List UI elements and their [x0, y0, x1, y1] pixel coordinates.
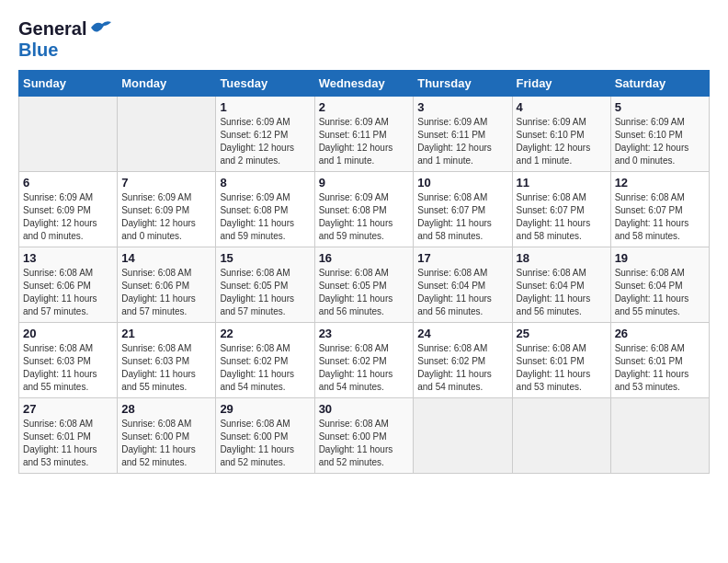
day-number: 22 — [220, 327, 310, 340]
calendar-cell: 17Sunrise: 6:08 AM Sunset: 6:04 PM Dayli… — [414, 247, 512, 323]
weekday-header-monday: Monday — [118, 71, 216, 97]
day-info: Sunrise: 6:08 AM Sunset: 6:06 PM Dayligh… — [23, 267, 113, 318]
calendar-week-row: 27Sunrise: 6:08 AM Sunset: 6:01 PM Dayli… — [19, 398, 710, 474]
day-number: 20 — [23, 327, 113, 340]
calendar-cell: 10Sunrise: 6:08 AM Sunset: 6:07 PM Dayli… — [414, 172, 512, 247]
calendar-week-row: 6Sunrise: 6:09 AM Sunset: 6:09 PM Daylig… — [19, 172, 710, 247]
day-info: Sunrise: 6:08 AM Sunset: 6:01 PM Dayligh… — [23, 418, 113, 469]
day-info: Sunrise: 6:09 AM Sunset: 6:12 PM Dayligh… — [220, 116, 310, 167]
day-info: Sunrise: 6:09 AM Sunset: 6:08 PM Dayligh… — [220, 191, 310, 243]
day-number: 29 — [220, 402, 310, 416]
weekday-header-friday: Friday — [512, 71, 610, 97]
calendar-cell: 23Sunrise: 6:08 AM Sunset: 6:02 PM Dayli… — [314, 323, 414, 398]
calendar-cell — [19, 97, 118, 172]
calendar-cell — [512, 398, 610, 474]
day-number: 25 — [517, 327, 607, 340]
day-number: 1 — [220, 100, 310, 114]
day-number: 19 — [615, 251, 705, 265]
day-number: 11 — [517, 176, 607, 190]
day-number: 8 — [220, 176, 310, 190]
day-info: Sunrise: 6:09 AM Sunset: 6:08 PM Dayligh… — [319, 191, 410, 243]
day-info: Sunrise: 6:09 AM Sunset: 6:11 PM Dayligh… — [417, 116, 507, 167]
calendar-cell: 18Sunrise: 6:08 AM Sunset: 6:04 PM Dayli… — [512, 247, 610, 323]
calendar-cell: 8Sunrise: 6:09 AM Sunset: 6:08 PM Daylig… — [216, 172, 314, 247]
calendar-cell: 6Sunrise: 6:09 AM Sunset: 6:09 PM Daylig… — [19, 172, 118, 247]
day-number: 5 — [615, 100, 705, 114]
calendar-cell: 26Sunrise: 6:08 AM Sunset: 6:01 PM Dayli… — [610, 323, 709, 398]
weekday-header-saturday: Saturday — [610, 71, 709, 97]
day-info: Sunrise: 6:09 AM Sunset: 6:10 PM Dayligh… — [615, 116, 705, 167]
calendar-cell — [118, 97, 216, 172]
day-number: 9 — [319, 176, 410, 190]
weekday-header-thursday: Thursday — [414, 71, 512, 97]
day-info: Sunrise: 6:08 AM Sunset: 6:03 PM Dayligh… — [23, 342, 113, 394]
day-info: Sunrise: 6:08 AM Sunset: 6:05 PM Dayligh… — [319, 267, 410, 318]
day-info: Sunrise: 6:09 AM Sunset: 6:09 PM Dayligh… — [23, 191, 113, 243]
weekday-header-row: SundayMondayTuesdayWednesdayThursdayFrid… — [19, 71, 710, 97]
calendar-week-row: 20Sunrise: 6:08 AM Sunset: 6:03 PM Dayli… — [19, 323, 710, 398]
weekday-header-tuesday: Tuesday — [216, 71, 314, 97]
calendar-cell — [414, 398, 512, 474]
weekday-header-wednesday: Wednesday — [314, 71, 414, 97]
calendar-cell: 2Sunrise: 6:09 AM Sunset: 6:11 PM Daylig… — [314, 97, 414, 172]
day-info: Sunrise: 6:08 AM Sunset: 6:05 PM Dayligh… — [220, 267, 310, 318]
calendar-cell: 27Sunrise: 6:08 AM Sunset: 6:01 PM Dayli… — [19, 398, 118, 474]
calendar-cell: 7Sunrise: 6:09 AM Sunset: 6:09 PM Daylig… — [118, 172, 216, 247]
day-number: 14 — [121, 251, 211, 265]
calendar-cell: 4Sunrise: 6:09 AM Sunset: 6:10 PM Daylig… — [512, 97, 610, 172]
calendar-body: 1Sunrise: 6:09 AM Sunset: 6:12 PM Daylig… — [19, 97, 710, 474]
day-info: Sunrise: 6:08 AM Sunset: 6:04 PM Dayligh… — [517, 267, 607, 318]
calendar-cell: 11Sunrise: 6:08 AM Sunset: 6:07 PM Dayli… — [512, 172, 610, 247]
day-info: Sunrise: 6:08 AM Sunset: 6:07 PM Dayligh… — [615, 191, 705, 243]
day-info: Sunrise: 6:08 AM Sunset: 6:01 PM Dayligh… — [517, 342, 607, 394]
day-number: 7 — [121, 176, 211, 190]
day-info: Sunrise: 6:08 AM Sunset: 6:07 PM Dayligh… — [517, 191, 607, 243]
day-info: Sunrise: 6:09 AM Sunset: 6:11 PM Dayligh… — [319, 116, 410, 167]
calendar-cell: 13Sunrise: 6:08 AM Sunset: 6:06 PM Dayli… — [19, 247, 118, 323]
day-number: 13 — [23, 251, 113, 265]
calendar-cell: 9Sunrise: 6:09 AM Sunset: 6:08 PM Daylig… — [314, 172, 414, 247]
calendar-cell: 22Sunrise: 6:08 AM Sunset: 6:02 PM Dayli… — [216, 323, 314, 398]
logo-blue: Blue — [18, 40, 58, 60]
day-info: Sunrise: 6:08 AM Sunset: 6:00 PM Dayligh… — [319, 418, 410, 469]
day-number: 27 — [23, 402, 113, 416]
calendar-cell: 16Sunrise: 6:08 AM Sunset: 6:05 PM Dayli… — [314, 247, 414, 323]
weekday-header-sunday: Sunday — [19, 71, 118, 97]
day-number: 6 — [23, 176, 113, 190]
calendar-cell: 5Sunrise: 6:09 AM Sunset: 6:10 PM Daylig… — [610, 97, 709, 172]
calendar-cell: 3Sunrise: 6:09 AM Sunset: 6:11 PM Daylig… — [414, 97, 512, 172]
logo-general: General — [18, 18, 86, 40]
day-number: 23 — [319, 327, 410, 340]
calendar-week-row: 13Sunrise: 6:08 AM Sunset: 6:06 PM Dayli… — [19, 247, 710, 323]
calendar-cell: 19Sunrise: 6:08 AM Sunset: 6:04 PM Dayli… — [610, 247, 709, 323]
calendar-header: SundayMondayTuesdayWednesdayThursdayFrid… — [19, 71, 710, 97]
calendar-cell: 21Sunrise: 6:08 AM Sunset: 6:03 PM Dayli… — [118, 323, 216, 398]
day-info: Sunrise: 6:08 AM Sunset: 6:04 PM Dayligh… — [615, 267, 705, 318]
day-info: Sunrise: 6:08 AM Sunset: 6:06 PM Dayligh… — [121, 267, 211, 318]
calendar-cell: 14Sunrise: 6:08 AM Sunset: 6:06 PM Dayli… — [118, 247, 216, 323]
logo-bird-icon — [89, 18, 113, 37]
logo: General Blue — [18, 18, 113, 61]
calendar-cell: 1Sunrise: 6:09 AM Sunset: 6:12 PM Daylig… — [216, 97, 314, 172]
day-number: 26 — [615, 327, 705, 340]
header: General Blue — [18, 18, 710, 61]
calendar-cell: 20Sunrise: 6:08 AM Sunset: 6:03 PM Dayli… — [19, 323, 118, 398]
day-number: 2 — [319, 100, 410, 114]
day-number: 16 — [319, 251, 410, 265]
day-info: Sunrise: 6:08 AM Sunset: 6:00 PM Dayligh… — [121, 418, 211, 469]
calendar-cell: 12Sunrise: 6:08 AM Sunset: 6:07 PM Dayli… — [610, 172, 709, 247]
calendar-cell: 30Sunrise: 6:08 AM Sunset: 6:00 PM Dayli… — [314, 398, 414, 474]
day-info: Sunrise: 6:08 AM Sunset: 6:02 PM Dayligh… — [220, 342, 310, 394]
day-number: 28 — [121, 402, 211, 416]
day-number: 12 — [615, 176, 705, 190]
day-number: 18 — [517, 251, 607, 265]
calendar-cell: 15Sunrise: 6:08 AM Sunset: 6:05 PM Dayli… — [216, 247, 314, 323]
day-info: Sunrise: 6:08 AM Sunset: 6:00 PM Dayligh… — [220, 418, 310, 469]
day-number: 3 — [417, 100, 507, 114]
calendar-cell: 24Sunrise: 6:08 AM Sunset: 6:02 PM Dayli… — [414, 323, 512, 398]
day-info: Sunrise: 6:08 AM Sunset: 6:02 PM Dayligh… — [319, 342, 410, 394]
day-info: Sunrise: 6:09 AM Sunset: 6:09 PM Dayligh… — [121, 191, 211, 243]
calendar-table: SundayMondayTuesdayWednesdayThursdayFrid… — [18, 70, 710, 474]
calendar-week-row: 1Sunrise: 6:09 AM Sunset: 6:12 PM Daylig… — [19, 97, 710, 172]
day-number: 24 — [417, 327, 507, 340]
